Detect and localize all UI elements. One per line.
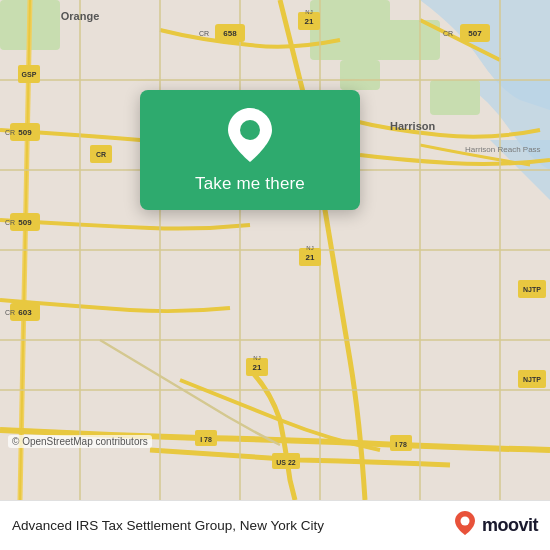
svg-text:CR: CR [443, 30, 453, 37]
svg-text:CR: CR [5, 309, 15, 316]
svg-text:509: 509 [18, 128, 32, 137]
business-name-label: Advanced IRS Tax Settlement Group, New Y… [12, 518, 452, 533]
take-me-there-button[interactable]: Take me there [195, 172, 305, 196]
svg-text:21: 21 [305, 17, 314, 26]
svg-text:21: 21 [306, 253, 315, 262]
svg-text:CR: CR [199, 30, 209, 37]
svg-text:658: 658 [223, 29, 237, 38]
location-card: Take me there [140, 90, 360, 210]
svg-text:US 22: US 22 [276, 459, 296, 466]
svg-text:I 78: I 78 [395, 441, 407, 448]
copyright-text: © OpenStreetMap contributors [8, 435, 152, 448]
svg-text:CR: CR [5, 219, 15, 226]
svg-text:NJ: NJ [306, 245, 313, 251]
svg-text:507: 507 [468, 29, 482, 38]
svg-rect-1 [310, 0, 390, 60]
svg-text:509: 509 [18, 218, 32, 227]
map-container: 658 CR 507 CR 21 NJ GSP 509 CR 509 CR CR… [0, 0, 550, 500]
svg-text:GSP: GSP [22, 71, 37, 78]
svg-text:Orange: Orange [61, 10, 100, 22]
svg-text:NJ: NJ [253, 355, 260, 361]
svg-rect-5 [340, 60, 380, 90]
svg-text:I 78: I 78 [200, 436, 212, 443]
svg-text:21: 21 [253, 363, 262, 372]
svg-text:603: 603 [18, 308, 32, 317]
moovit-logo: moovit [452, 510, 538, 542]
svg-text:Harrison Reach Pass: Harrison Reach Pass [465, 145, 541, 154]
svg-text:NJTP: NJTP [523, 376, 541, 383]
moovit-text-label: moovit [482, 515, 538, 536]
svg-text:CR: CR [5, 129, 15, 136]
moovit-pin-icon [452, 510, 478, 542]
svg-text:CR: CR [96, 151, 106, 158]
svg-point-60 [240, 120, 260, 140]
svg-text:NJTP: NJTP [523, 286, 541, 293]
bottom-bar: Advanced IRS Tax Settlement Group, New Y… [0, 500, 550, 550]
svg-point-61 [460, 516, 469, 525]
location-pin-icon [223, 108, 277, 162]
svg-rect-4 [430, 80, 480, 115]
svg-text:NJ: NJ [305, 9, 312, 15]
svg-text:Harrison: Harrison [390, 120, 436, 132]
